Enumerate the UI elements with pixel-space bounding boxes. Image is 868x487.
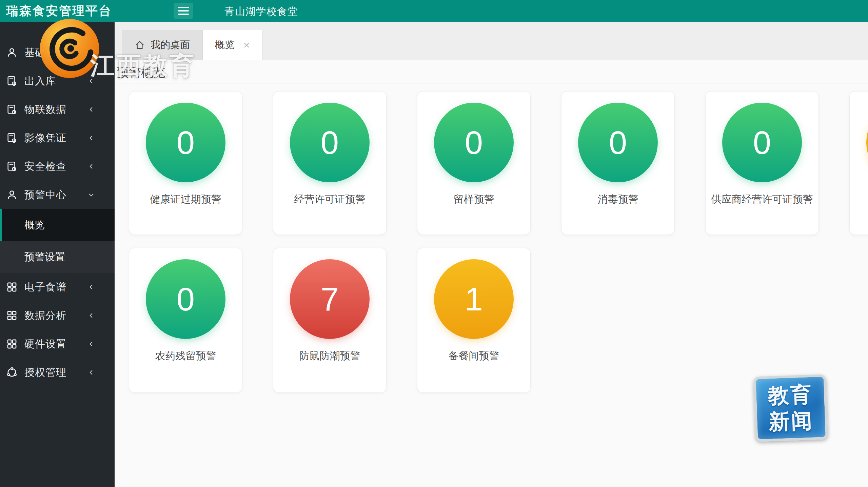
warning-count: 7 [321, 283, 339, 316]
warning-count: 0 [753, 126, 771, 159]
warning-count: 0 [177, 283, 195, 316]
warning-card-label: 经营许可证预警 [294, 192, 366, 206]
warning-card-label: 防鼠防潮预警 [299, 349, 360, 363]
news-badge-line2: 新闻 [768, 407, 814, 435]
warning-card-pesticide[interactable]: 0 农药残留预警 [129, 248, 242, 393]
sidebar-item-media-records[interactable]: 影像凭证 [0, 124, 115, 152]
chevron-left-icon [87, 369, 95, 376]
warning-count-badge: 0 [290, 103, 370, 182]
grid-icon [6, 310, 18, 321]
sidebar-item-label: 预警中心 [24, 188, 66, 202]
tab-bar: 我的桌面 概览 × [115, 22, 868, 60]
news-badge-line1: 教育 [767, 381, 813, 409]
sidebar-subitem-label: 概览 [24, 218, 45, 232]
sidebar-item-safety-check[interactable]: 安全检查 [0, 152, 115, 181]
sidebar-item-label: 电子食谱 [24, 280, 66, 294]
user-icon [6, 189, 18, 201]
warning-count-badge: 7 [290, 259, 370, 339]
tv-channel-watermark-text: 江西教育 [90, 49, 196, 82]
sidebar-item-warning-center[interactable]: 预警中心 [0, 181, 115, 209]
sidebar-item-label: 数据分析 [24, 309, 66, 323]
topbar: 瑞森食安管理平台 青山湖学校食堂 [0, 0, 868, 22]
user-icon [6, 47, 18, 58]
warning-card-label: 健康证过期预警 [150, 192, 221, 206]
home-icon [134, 40, 145, 50]
warning-count: 0 [321, 126, 339, 159]
sidebar-subitem-label: 预警设置 [24, 250, 65, 264]
chevron-down-icon [87, 191, 95, 199]
warning-count: 0 [177, 126, 195, 159]
tab-label: 概览 [215, 38, 235, 52]
sidebar-item-iot-data[interactable]: 物联数据 [0, 95, 115, 124]
warning-count-badge: 0 [578, 103, 658, 182]
tab-overview[interactable]: 概览 × [202, 30, 262, 60]
warning-card-label: 消毒预警 [598, 192, 638, 206]
warning-card-license[interactable]: 0 经营许可证预警 [273, 91, 387, 235]
sidebar-item-label: 物联数据 [24, 103, 66, 117]
warning-card-health-cert[interactable]: 0 健康证过期预警 [129, 91, 242, 235]
warning-cards-row-1: 0 健康证过期预警 0 经营许可证预警 0 留样预警 0 消毒预警 0 供应商经… [129, 91, 868, 235]
chevron-left-icon [87, 106, 95, 113]
doc-icon [6, 132, 18, 144]
sidebar-subitem-warning-settings[interactable]: 预警设置 [0, 241, 115, 273]
sidebar-submenu-warning-center: 概览 预警设置 [0, 209, 115, 273]
chevron-left-icon [87, 134, 95, 142]
cycle-icon [6, 367, 18, 378]
chevron-left-icon [87, 312, 95, 319]
sidebar-item-label: 影像凭证 [24, 131, 66, 145]
doc-icon [6, 75, 18, 87]
warning-card-disinfect[interactable]: 0 消毒预警 [561, 91, 675, 235]
news-program-badge: 教育 新闻 [753, 374, 828, 442]
warning-card-meal-prep[interactable]: 1 备餐间预警 [417, 248, 531, 393]
sidebar-subitem-overview[interactable]: 概览 [0, 209, 115, 241]
warning-card-supplier-license[interactable]: 0 供应商经营许可证预警 [705, 91, 819, 235]
warning-card-label: 留样预警 [454, 192, 494, 206]
sidebar-item-label: 硬件设置 [24, 337, 66, 351]
title-divider [115, 83, 868, 83]
sidebar-item-label: 授权管理 [24, 366, 66, 380]
warning-card-rodent[interactable]: 7 防鼠防潮预警 [273, 248, 387, 393]
warning-cards-row-2: 0 农药残留预警 7 防鼠防潮预警 1 备餐间预警 [129, 248, 531, 393]
grid-icon [6, 281, 18, 293]
canteen-name: 青山湖学校食堂 [224, 5, 298, 19]
hamburger-icon [178, 7, 189, 15]
sidebar-item-authorization[interactable]: 授权管理 [0, 358, 115, 387]
grid-icon [6, 338, 18, 350]
warning-count-badge: 0 [722, 103, 802, 182]
sidebar: 基础档案 出入库 物联数据 影像凭证 安全检查 预警中心 概览 预警设置 电子食… [0, 22, 115, 487]
warning-card-label: 供应商经营许可证预警 [711, 192, 813, 206]
warning-card-label: 农药残留预警 [155, 349, 216, 363]
warning-card-partial[interactable] [849, 91, 868, 235]
warning-count: 1 [465, 283, 483, 316]
sidebar-item-hardware-settings[interactable]: 硬件设置 [0, 330, 115, 358]
warning-count-badge [866, 103, 868, 182]
close-icon[interactable]: × [243, 40, 250, 50]
warning-count-badge: 0 [146, 259, 225, 339]
app-window: 瑞森食安管理平台 青山湖学校食堂 基础档案 出入库 物联数据 影像凭证 安全检查… [0, 0, 868, 487]
warning-card-label: 备餐间预警 [449, 349, 499, 363]
warning-card-sample[interactable]: 0 留样预警 [417, 91, 531, 235]
chevron-left-icon [87, 163, 95, 170]
chevron-left-icon [87, 283, 95, 291]
doc-icon [6, 104, 18, 115]
sidebar-item-label: 安全检查 [24, 160, 66, 174]
doc-icon [6, 161, 18, 172]
warning-count: 0 [609, 126, 627, 159]
sidebar-item-data-analysis[interactable]: 数据分析 [0, 301, 115, 330]
warning-count-badge: 0 [434, 103, 514, 182]
chevron-left-icon [87, 340, 95, 348]
app-title: 瑞森食安管理平台 [6, 3, 112, 19]
warning-count: 0 [465, 126, 483, 159]
warning-count-badge: 1 [434, 259, 514, 339]
sidebar-item-e-menu[interactable]: 电子食谱 [0, 273, 115, 301]
menu-toggle-button[interactable] [174, 3, 193, 19]
warning-count-badge: 0 [146, 103, 225, 182]
